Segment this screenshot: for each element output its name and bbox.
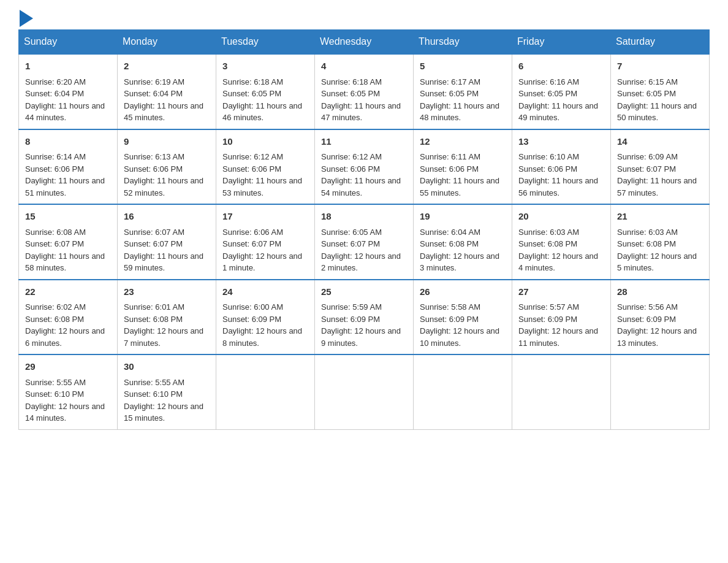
calendar-day-cell: 24Sunrise: 6:00 AMSunset: 6:09 PMDayligh… [216,280,315,355]
day-number: 22 [25,285,111,299]
logo-triangle-icon [20,10,33,27]
calendar-day-cell: 16Sunrise: 6:07 AMSunset: 6:07 PMDayligh… [118,204,216,280]
calendar-day-cell: 1Sunrise: 6:20 AMSunset: 6:04 PMDaylight… [19,54,118,129]
day-number: 25 [321,285,407,299]
calendar-day-header: Sunday [19,30,118,55]
day-number: 19 [420,210,506,224]
day-info: Sunrise: 6:10 AMSunset: 6:06 PMDaylight:… [518,152,598,197]
svg-marker-0 [20,10,33,27]
calendar-day-cell: 18Sunrise: 6:05 AMSunset: 6:07 PMDayligh… [315,204,414,280]
calendar-day-cell [611,354,710,429]
calendar-day-cell: 19Sunrise: 6:04 AMSunset: 6:08 PMDayligh… [414,204,512,280]
day-info: Sunrise: 6:07 AMSunset: 6:07 PMDaylight:… [124,228,203,273]
day-number: 6 [518,59,604,74]
day-number: 30 [124,360,210,374]
day-number: 26 [420,285,506,299]
calendar-day-cell: 12Sunrise: 6:11 AMSunset: 6:06 PMDayligh… [414,129,512,205]
day-info: Sunrise: 5:55 AMSunset: 6:10 PMDaylight:… [124,378,203,423]
calendar-day-cell: 20Sunrise: 6:03 AMSunset: 6:08 PMDayligh… [512,204,611,280]
calendar-day-cell: 10Sunrise: 6:12 AMSunset: 6:06 PMDayligh… [216,129,315,205]
calendar-week-row: 29Sunrise: 5:55 AMSunset: 6:10 PMDayligh… [19,354,710,429]
day-info: Sunrise: 6:12 AMSunset: 6:06 PMDaylight:… [222,152,302,197]
calendar-day-cell: 13Sunrise: 6:10 AMSunset: 6:06 PMDayligh… [512,129,611,205]
calendar-day-cell: 21Sunrise: 6:03 AMSunset: 6:08 PMDayligh… [611,204,710,280]
day-number: 28 [617,285,703,299]
day-info: Sunrise: 6:16 AMSunset: 6:05 PMDaylight:… [518,77,598,123]
day-info: Sunrise: 6:02 AMSunset: 6:08 PMDaylight:… [25,302,105,348]
day-info: Sunrise: 6:15 AMSunset: 6:05 PMDaylight:… [617,77,697,123]
day-info: Sunrise: 6:06 AMSunset: 6:07 PMDaylight:… [222,228,302,273]
day-info: Sunrise: 6:08 AMSunset: 6:07 PMDaylight:… [25,228,105,273]
calendar-day-cell [315,354,414,429]
day-info: Sunrise: 6:19 AMSunset: 6:04 PMDaylight:… [124,77,203,123]
day-number: 12 [420,135,506,149]
calendar-day-cell: 30Sunrise: 5:55 AMSunset: 6:10 PMDayligh… [118,354,216,429]
calendar-day-cell: 8Sunrise: 6:14 AMSunset: 6:06 PMDaylight… [19,129,118,205]
day-info: Sunrise: 6:03 AMSunset: 6:08 PMDaylight:… [518,228,598,273]
calendar-day-header: Wednesday [315,30,414,55]
calendar-day-cell [216,354,315,429]
calendar-week-row: 1Sunrise: 6:20 AMSunset: 6:04 PMDaylight… [19,54,710,129]
day-number: 14 [617,135,703,149]
calendar-header-row: SundayMondayTuesdayWednesdayThursdayFrid… [19,30,710,55]
day-info: Sunrise: 5:59 AMSunset: 6:09 PMDaylight:… [321,302,401,348]
day-number: 13 [518,135,604,149]
day-number: 27 [518,285,604,299]
day-info: Sunrise: 6:12 AMSunset: 6:06 PMDaylight:… [321,152,401,197]
day-info: Sunrise: 6:04 AMSunset: 6:08 PMDaylight:… [420,228,499,273]
day-number: 23 [124,285,210,299]
day-info: Sunrise: 6:18 AMSunset: 6:05 PMDaylight:… [321,77,401,123]
calendar-week-row: 8Sunrise: 6:14 AMSunset: 6:06 PMDaylight… [19,129,710,205]
calendar-day-cell: 29Sunrise: 5:55 AMSunset: 6:10 PMDayligh… [19,354,118,429]
calendar-day-header: Saturday [611,30,710,55]
day-number: 18 [321,210,407,224]
day-number: 11 [321,135,407,149]
day-info: Sunrise: 5:56 AMSunset: 6:09 PMDaylight:… [617,302,697,348]
day-number: 10 [222,135,308,149]
day-number: 9 [124,135,210,149]
calendar-day-cell: 23Sunrise: 6:01 AMSunset: 6:08 PMDayligh… [118,280,216,355]
calendar-day-header: Monday [118,30,216,55]
day-number: 8 [25,135,111,149]
calendar-day-cell: 2Sunrise: 6:19 AMSunset: 6:04 PMDaylight… [118,54,216,129]
day-info: Sunrise: 6:05 AMSunset: 6:07 PMDaylight:… [321,228,401,273]
calendar-day-cell: 15Sunrise: 6:08 AMSunset: 6:07 PMDayligh… [19,204,118,280]
day-number: 21 [617,210,703,224]
day-number: 1 [25,59,111,74]
day-info: Sunrise: 6:17 AMSunset: 6:05 PMDaylight:… [420,77,499,123]
day-number: 17 [222,210,308,224]
calendar-day-cell: 17Sunrise: 6:06 AMSunset: 6:07 PMDayligh… [216,204,315,280]
calendar-day-cell: 28Sunrise: 5:56 AMSunset: 6:09 PMDayligh… [611,280,710,355]
calendar-day-cell: 5Sunrise: 6:17 AMSunset: 6:05 PMDaylight… [414,54,512,129]
page-header [18,12,710,23]
calendar-day-cell: 7Sunrise: 6:15 AMSunset: 6:05 PMDaylight… [611,54,710,129]
day-number: 5 [420,59,506,74]
calendar-day-cell: 22Sunrise: 6:02 AMSunset: 6:08 PMDayligh… [19,280,118,355]
day-number: 29 [25,360,111,374]
calendar-day-header: Tuesday [216,30,315,55]
calendar-day-cell: 11Sunrise: 6:12 AMSunset: 6:06 PMDayligh… [315,129,414,205]
logo [18,12,33,23]
day-info: Sunrise: 6:09 AMSunset: 6:07 PMDaylight:… [617,152,697,197]
calendar-day-cell [414,354,512,429]
day-info: Sunrise: 6:00 AMSunset: 6:09 PMDaylight:… [222,302,302,348]
day-info: Sunrise: 5:57 AMSunset: 6:09 PMDaylight:… [518,302,598,348]
calendar-day-cell: 26Sunrise: 5:58 AMSunset: 6:09 PMDayligh… [414,280,512,355]
day-number: 20 [518,210,604,224]
calendar-day-cell: 4Sunrise: 6:18 AMSunset: 6:05 PMDaylight… [315,54,414,129]
day-number: 4 [321,59,407,74]
day-info: Sunrise: 6:14 AMSunset: 6:06 PMDaylight:… [25,152,105,197]
calendar-day-header: Friday [512,30,611,55]
calendar-day-cell: 6Sunrise: 6:16 AMSunset: 6:05 PMDaylight… [512,54,611,129]
calendar-day-header: Thursday [414,30,512,55]
day-info: Sunrise: 6:03 AMSunset: 6:08 PMDaylight:… [617,228,697,273]
calendar-week-row: 15Sunrise: 6:08 AMSunset: 6:07 PMDayligh… [19,204,710,280]
day-info: Sunrise: 6:01 AMSunset: 6:08 PMDaylight:… [124,302,203,348]
calendar-day-cell [512,354,611,429]
day-info: Sunrise: 6:20 AMSunset: 6:04 PMDaylight:… [25,77,105,123]
calendar-day-cell: 14Sunrise: 6:09 AMSunset: 6:07 PMDayligh… [611,129,710,205]
calendar-table: SundayMondayTuesdayWednesdayThursdayFrid… [18,29,710,430]
day-info: Sunrise: 5:55 AMSunset: 6:10 PMDaylight:… [25,378,105,423]
day-info: Sunrise: 5:58 AMSunset: 6:09 PMDaylight:… [420,302,499,348]
day-number: 15 [25,210,111,224]
